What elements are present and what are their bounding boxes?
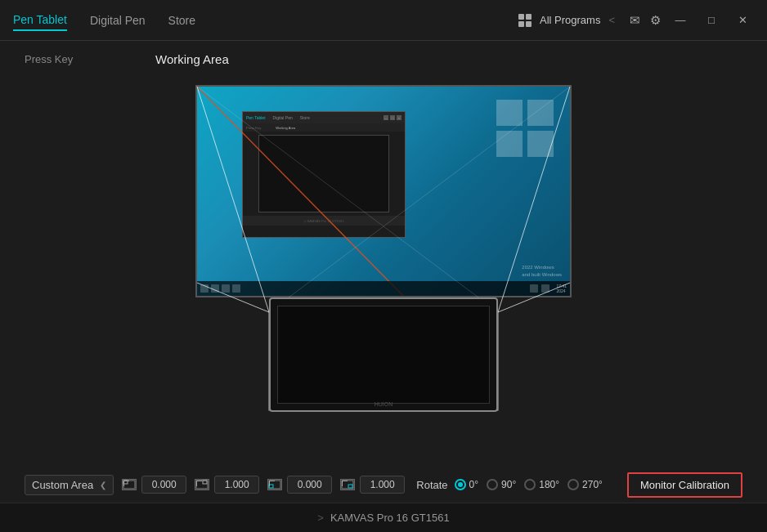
area-select-label: Custom Area: [32, 479, 93, 491]
coord-x2-svg: [268, 480, 283, 491]
t-icon-2: [211, 284, 219, 293]
titlebar-right: All Programs < ✉ ⚙ — □ ✕: [518, 9, 754, 32]
rotate-0-label: 0°: [469, 479, 478, 490]
device-footer: > KAMVAS Pro 16 GT1561: [0, 503, 767, 532]
svg-rect-13: [269, 485, 273, 488]
rotate-0-option[interactable]: 0°: [455, 479, 478, 490]
canvas-area: 2022 Windowsand built Windows Pen Tablet…: [195, 85, 572, 428]
device-chevron-icon: >: [317, 512, 324, 524]
rotate-90-option[interactable]: 90°: [487, 479, 516, 490]
monitor-watermark: 2022 Windowsand built Windows: [522, 264, 562, 278]
embedded-titlebar: Pen Tablet Digital Pen Store — □ ×: [243, 112, 405, 123]
e-working-area: Working Area: [276, 126, 295, 130]
main-area: 2022 Windowsand built Windows Pen Tablet…: [0, 77, 767, 462]
e-press-key: Press Key: [246, 126, 261, 130]
working-area-title: Working Area: [155, 52, 229, 66]
e-digital-pen: Digital Pen: [273, 115, 293, 120]
rotate-270-radio[interactable]: [567, 479, 579, 490]
monitor-inner: 2022 Windowsand built Windows Pen Tablet…: [197, 87, 570, 296]
svg-rect-10: [196, 481, 208, 489]
programs-chevron-icon[interactable]: <: [608, 14, 615, 26]
radio-group: 0° 90° 180° 270°: [455, 479, 603, 490]
embedded-sub: Press Key Working Area: [243, 123, 405, 132]
tablet-display: HUION: [269, 297, 498, 412]
rotate-90-radio[interactable]: [487, 479, 498, 490]
titlebar-action-icons: ✉ ⚙: [630, 13, 661, 28]
svg-rect-15: [348, 485, 352, 488]
monitor-calibration-button[interactable]: Monitor Calibration: [627, 472, 742, 498]
e-max: □: [390, 115, 395, 120]
press-key-label: Press Key: [25, 53, 155, 65]
apps-grid-icon[interactable]: [518, 14, 532, 27]
t-icon-3: [222, 284, 230, 293]
rotate-group: Rotate 0° 90° 180° 270°: [416, 479, 603, 491]
nav-bar: Pen Tablet Digital Pen Store: [13, 10, 518, 31]
t-clock: 17:412024: [556, 284, 567, 293]
monitor-taskbar: 17:412024: [197, 281, 570, 296]
coord-x1-input[interactable]: [141, 476, 186, 494]
coord-y1-svg: [195, 480, 210, 491]
rotate-180-option[interactable]: 180°: [524, 479, 559, 490]
subheader: Press Key Working Area: [0, 41, 767, 77]
tablet-inner: [277, 306, 490, 404]
coord-y2-input[interactable]: [360, 476, 405, 494]
rotate-180-radio[interactable]: [524, 479, 536, 490]
svg-rect-9: [123, 481, 128, 484]
bottom-bar: Custom Area ❮: [0, 467, 767, 503]
coord-x2-input[interactable]: [287, 476, 332, 494]
titlebar: Pen Tablet Digital Pen Store All Program…: [0, 0, 767, 41]
coord-y1-input[interactable]: [214, 476, 259, 494]
t-icon-6: [541, 284, 549, 293]
e-minimize: —: [384, 115, 388, 120]
t-icon-5: [530, 284, 538, 293]
taskbar-icons: [200, 284, 240, 293]
coord-x1-svg: [123, 480, 137, 491]
e-win-btns: — □ ×: [384, 115, 401, 120]
nav-store[interactable]: Store: [168, 11, 195, 30]
rotate-270-label: 270°: [582, 479, 603, 490]
area-select-arrow-icon: ❮: [100, 481, 106, 490]
embedded-canvas: [258, 135, 389, 212]
t-icon-1: [200, 284, 209, 293]
coord-x1-group: [122, 476, 186, 494]
area-select-dropdown[interactable]: Custom Area ❮: [25, 475, 114, 495]
e-close: ×: [397, 115, 401, 120]
all-programs-label: All Programs: [540, 14, 600, 26]
svg-rect-8: [123, 481, 135, 489]
coord-y2-icon: [340, 479, 355, 490]
e-pen-tablet: Pen Tablet: [246, 115, 266, 120]
rotate-270-option[interactable]: 270°: [567, 479, 603, 490]
e-device-name: ▷ KAMVAS Pro 16 GT1561: [304, 219, 344, 223]
close-button[interactable]: ✕: [731, 9, 754, 32]
device-name-label: KAMVAS Pro 16 GT1561: [330, 512, 450, 524]
rotate-180-label: 180°: [539, 479, 559, 490]
maximize-button[interactable]: □: [700, 9, 723, 32]
mail-icon[interactable]: ✉: [630, 13, 640, 28]
coord-y1-group: [195, 476, 259, 494]
svg-rect-11: [203, 481, 207, 484]
windows-logo: [496, 100, 554, 157]
t-icon-4: [232, 284, 240, 293]
coord-y2-svg: [341, 480, 356, 491]
rotate-0-radio[interactable]: [455, 479, 466, 490]
nav-digital-pen[interactable]: Digital Pen: [90, 11, 146, 30]
nav-pen-tablet[interactable]: Pen Tablet: [13, 10, 67, 31]
tablet-brand: HUION: [271, 401, 496, 407]
coord-x2-icon: [267, 479, 282, 490]
rotate-90-label: 90°: [501, 479, 516, 490]
settings-icon[interactable]: ⚙: [650, 13, 661, 28]
minimize-button[interactable]: —: [669, 9, 692, 32]
coord-x2-group: [267, 476, 332, 494]
embedded-footer: ▷ KAMVAS Pro 16 GT1561: [243, 216, 405, 226]
taskbar-right: 17:412024: [530, 284, 567, 293]
e-store: Store: [300, 115, 310, 120]
monitor-display: 2022 Windowsand built Windows Pen Tablet…: [195, 85, 572, 297]
embedded-app-window: Pen Tablet Digital Pen Store — □ × Press…: [242, 111, 406, 238]
coord-y1-icon: [195, 479, 209, 490]
rotate-label: Rotate: [416, 479, 447, 491]
coord-x1-icon: [122, 479, 137, 490]
coord-y2-group: [340, 476, 405, 494]
